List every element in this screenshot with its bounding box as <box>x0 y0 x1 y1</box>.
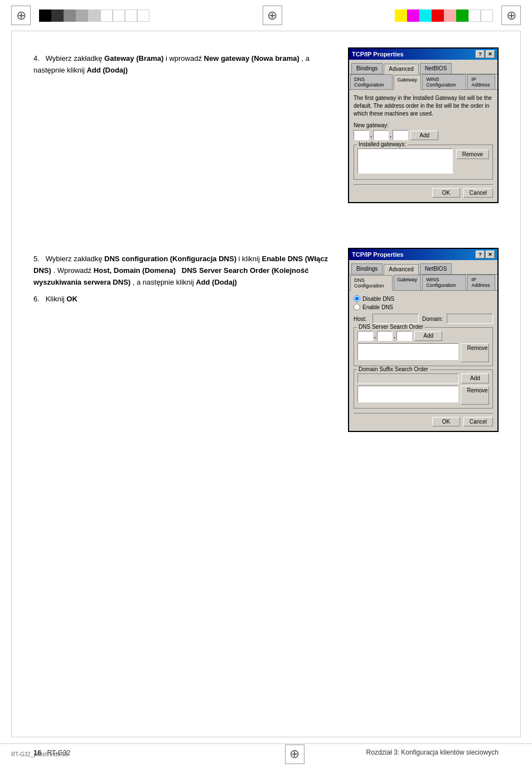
reg-mark-left: ⊕ <box>11 6 31 25</box>
dns-add-button[interactable]: Add <box>414 331 442 341</box>
radio-enable-label: Enable DNS <box>362 304 393 310</box>
color-bar-right <box>395 9 493 22</box>
domain-input[interactable] <box>447 314 493 324</box>
titlebar-buttons-5: ? ✕ <box>476 251 495 258</box>
radio-enable-row: Enable DNS <box>354 304 493 310</box>
help-button-4[interactable]: ? <box>476 50 485 58</box>
step-6-num: 6. <box>33 295 43 303</box>
swatch-r7 <box>468 9 481 22</box>
step-4-text2: i wprowadź <box>166 54 204 63</box>
new-gateway-label: New gateway: <box>354 122 493 128</box>
swatch-6 <box>100 9 113 22</box>
step-5-add-bold: Add (Dodaj) <box>196 278 237 286</box>
tab-wins-4[interactable]: WINS Configuration <box>422 74 466 89</box>
remove-button-4[interactable]: Remove <box>456 150 489 159</box>
swatch-2 <box>51 9 64 22</box>
swatch-r3 <box>419 9 432 22</box>
dns-remove-button[interactable]: Remove <box>461 343 489 362</box>
installed-gateways-label: Installed gateways: <box>357 141 408 147</box>
swatch-r8 <box>481 9 493 22</box>
dialog-4-desc: The first gateway in the Installed Gatew… <box>354 94 493 118</box>
close-button-5[interactable]: ✕ <box>486 251 495 258</box>
cancel-button-5[interactable]: Cancel <box>463 417 493 426</box>
tabs-row1-5: Bindings Advanced NetBIOS <box>349 260 497 275</box>
radio-enable[interactable] <box>354 304 360 310</box>
tab-ip-5[interactable]: IP Address <box>467 275 495 290</box>
installed-gateways-group: Installed gateways: Remove <box>354 145 493 180</box>
dns-listbox[interactable] <box>357 343 458 360</box>
dns-server-group: DNS Server Search Order . . Add <box>354 327 493 366</box>
dot1-4: . <box>370 132 372 138</box>
tab-ip-4[interactable]: IP Address <box>467 74 495 89</box>
tab-advanced-4[interactable]: Advanced <box>384 64 418 74</box>
step-5-text3: . Wprowadź <box>53 266 93 275</box>
help-button-5[interactable]: ? <box>476 251 485 258</box>
top-bar: ⊕ ⊕ ⊕ <box>0 0 532 31</box>
ok-button-5[interactable]: OK <box>432 417 460 426</box>
swatch-r4 <box>432 9 444 22</box>
host-input[interactable] <box>373 314 419 324</box>
tab-gateway-4[interactable]: Gateway <box>394 75 422 90</box>
swatch-3 <box>64 9 76 22</box>
section-4: 4. Wybierz zakładkę Gateway (Brama) i wp… <box>33 47 499 203</box>
step-4-newgw-bold: New gateway (Nowa brama) <box>204 54 299 63</box>
dns-ip-input: . . <box>357 331 412 341</box>
tab-advanced-5[interactable]: Advanced <box>384 264 418 275</box>
dialog-5: TCP/IP Properties ? ✕ Bindings Advanced … <box>348 248 499 432</box>
swatch-7 <box>113 9 125 22</box>
ip-octet1-4[interactable] <box>354 130 369 140</box>
step-6-text1: Kliknij <box>46 295 67 303</box>
dot2-4: . <box>390 132 391 138</box>
dialog-5-content: Disable DNS Enable DNS Host: Domain: <box>349 291 497 431</box>
section-5: 5. Wybierz zakładkę DNS configuration (K… <box>33 248 499 432</box>
dialog-5-wrapper: TCP/IP Properties ? ✕ Bindings Advanced … <box>348 248 499 432</box>
domain-suffix-input[interactable] <box>357 373 459 383</box>
step-6-ok-bold: OK <box>66 295 78 303</box>
dns-octet1[interactable] <box>357 331 373 341</box>
tab-gateway-5[interactable]: Gateway <box>394 275 422 290</box>
cancel-button-4[interactable]: Cancel <box>463 188 493 198</box>
bottom-reg-mark: ⊕ <box>285 745 304 764</box>
suffix-listbox[interactable] <box>357 386 458 402</box>
dialog-5-title: TCP/IP Properties <box>352 251 404 258</box>
ok-button-4[interactable]: OK <box>432 188 460 198</box>
tab-bindings-4[interactable]: Bindings <box>351 63 383 74</box>
step-5-dns-bold: DNS configuration (Konfiguracja DNS) <box>104 255 236 263</box>
swatch-r1 <box>395 9 407 22</box>
swatch-r6 <box>456 9 468 22</box>
step-4-add-bold: Add (Dodaj) <box>86 66 128 74</box>
instruction-5: 5. Wybierz zakładkę DNS configuration (K… <box>33 248 331 305</box>
reg-mark-right: ⊕ <box>501 6 521 25</box>
dns-octet3[interactable] <box>396 331 412 341</box>
tab-netbios-5[interactable]: NetBIOS <box>420 263 452 274</box>
dns-octet2[interactable] <box>377 331 393 341</box>
swatch-r5 <box>444 9 456 22</box>
suffix-remove-button[interactable]: Remove <box>461 386 489 405</box>
swatch-r2 <box>407 9 419 22</box>
dialog-4: TCP/IP Properties ? ✕ Bindings Advanced … <box>348 47 499 203</box>
swatch-8 <box>125 9 137 22</box>
step-5-num: 5. <box>33 255 43 263</box>
radio-disable[interactable] <box>354 295 360 302</box>
ip-octet2-4[interactable] <box>373 130 389 140</box>
add-button-4[interactable]: Add <box>410 131 438 140</box>
suffix-add-button[interactable]: Add <box>461 373 489 383</box>
dialog-5-buttons: OK Cancel <box>354 413 493 426</box>
close-button-4[interactable]: ✕ <box>486 50 495 58</box>
dns-dot2: . <box>394 333 395 339</box>
tab-bindings-5[interactable]: Bindings <box>351 263 383 274</box>
tab-dns-4[interactable]: DNS Configuration <box>350 74 393 89</box>
ip-octet3-4[interactable] <box>393 130 408 140</box>
gateways-listbox[interactable] <box>357 148 453 174</box>
reg-mark-center: ⊕ <box>263 6 282 25</box>
dialog-4-wrapper: TCP/IP Properties ? ✕ Bindings Advanced … <box>348 47 499 203</box>
tab-dnsconfig-5[interactable]: DNS Configuration <box>350 275 393 291</box>
tab-netbios-4[interactable]: NetBIOS <box>420 63 452 74</box>
host-label: Host: <box>354 316 369 322</box>
tab-wins-5[interactable]: WINS Configuration <box>422 275 466 290</box>
dns-server-label: DNS Server Search Order <box>357 324 425 330</box>
dialog-4-title: TCP/IP Properties <box>352 51 404 57</box>
domain-label: Domain: <box>422 316 443 322</box>
gateway-input-row: . . Add <box>354 130 493 140</box>
swatch-4 <box>76 9 88 22</box>
